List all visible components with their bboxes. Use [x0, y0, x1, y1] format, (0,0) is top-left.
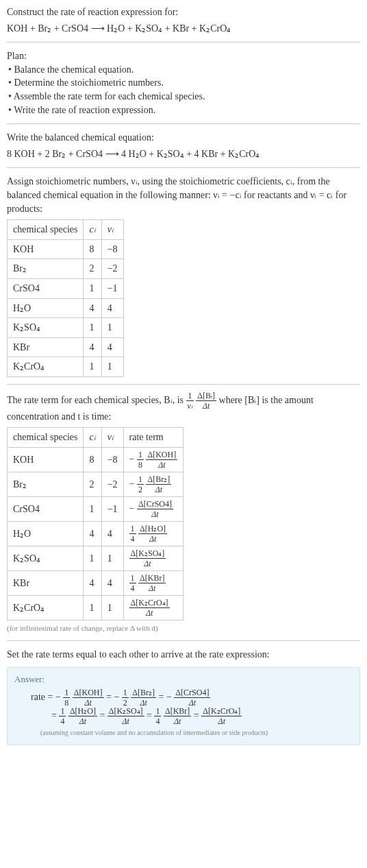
cell-species: CrSO4 — [8, 278, 84, 298]
cell-ci: 8 — [84, 448, 101, 472]
frac-num: Δ[H₂O] — [68, 707, 97, 716]
delta-frac: Δ[KBr]Δt — [164, 707, 191, 725]
frac-den: Δt — [129, 608, 170, 617]
frac-den: 4 — [59, 716, 66, 725]
rate-expression-line1: rate = − 18 Δ[KOH]Δt = − 12 Δ[Br₂]Δt = −… — [31, 688, 353, 707]
coef-frac: 12 — [122, 688, 129, 707]
cell-species: KOH — [8, 239, 84, 259]
construct-heading: Construct the rate of reaction expressio… — [7, 5, 360, 19]
ci-label: cᵢ — [89, 432, 95, 442]
frac-den: Δt — [107, 716, 144, 725]
answer-label: Answer: — [14, 673, 353, 686]
frac-num: 1 — [129, 525, 136, 534]
table-header-row: chemical species cᵢ νᵢ rate term — [8, 428, 184, 448]
col-ci: cᵢ — [84, 428, 101, 448]
coef-frac: 14 — [154, 707, 161, 725]
coef-frac: 14 — [129, 574, 136, 592]
table-row: CrSO4 1 −1 − Δ[CrSO4]Δt — [8, 497, 184, 522]
delta-frac: Δ[KOH]Δt — [73, 688, 104, 707]
plan-item: • Assemble the rate term for each chemic… — [8, 90, 360, 104]
table-row: K₂CrO₄ 1 1 Δ[K₂CrO₄]Δt — [8, 596, 184, 620]
sign: − — [129, 503, 135, 514]
coef-frac: 14 — [59, 707, 66, 725]
infinitesimal-note: (for infinitesimal rate of change, repla… — [7, 623, 360, 634]
cell-species: CrSO4 — [8, 497, 84, 522]
col-rate: rate term — [123, 428, 184, 448]
frac-num: Δ[K₂SO₄] — [107, 707, 144, 716]
plan-item: • Balance the chemical equation. — [8, 63, 360, 77]
delta-frac: Δ[KOH]Δt — [146, 450, 177, 469]
stoich-table: chemical species cᵢ νᵢ KOH8−8 Br₂2−2 CrS… — [7, 219, 124, 377]
cell-vi: 1 — [101, 546, 123, 571]
col-species: chemical species — [8, 428, 84, 448]
col-ci: cᵢ — [84, 220, 101, 240]
table-row: K₂SO₄ 1 1 Δ[K₂SO₄]Δt — [8, 546, 184, 571]
delta-frac: Δ[Br₂]Δt — [131, 688, 156, 707]
frac-den: 4 — [154, 716, 161, 725]
table-row: Br₂ 2 −2 − 12 Δ[Br₂]Δt — [8, 472, 184, 497]
cell-ci: 1 — [84, 278, 101, 298]
frac-num: 1 — [154, 707, 161, 716]
cell-vi: −8 — [101, 448, 123, 472]
cell-vi: −1 — [101, 278, 123, 298]
balanced-equation: 8 KOH + 2 Br₂ + CrSO4 ⟶ 4 H₂O + K₂SO₄ + … — [7, 147, 360, 161]
table-row: KOH8−8 — [8, 239, 124, 259]
cell-rate: − 12 Δ[Br₂]Δt — [123, 472, 184, 497]
cell-species: KOH — [8, 448, 84, 472]
balanced-heading: Write the balanced chemical equation: — [7, 131, 360, 145]
delta-frac: Δ[KBr]Δt — [138, 574, 166, 592]
rate-expression-line2: = 14 Δ[H₂O]Δt = Δ[K₂SO₄]Δt = 14 Δ[KBr]Δt… — [51, 707, 353, 725]
delta-frac: Δ[K₂SO₄]Δt — [129, 549, 166, 568]
frac-num: 1 — [122, 688, 129, 698]
frac-num: Δ[K₂CrO₄] — [129, 599, 170, 608]
answer-box: Answer: rate = − 18 Δ[KOH]Δt = − 12 Δ[Br… — [7, 667, 360, 745]
frac-den: Δt — [146, 485, 171, 494]
delta-frac: Δ[K₂CrO₄]Δt — [201, 707, 242, 725]
delta-frac: Δ[K₂CrO₄]Δt — [129, 599, 170, 617]
eq-sign: = — [147, 710, 154, 721]
eq-sign: = — [106, 692, 114, 702]
frac-num: 1 — [137, 450, 144, 460]
frac-den: νᵢ — [186, 401, 194, 410]
frac-den: Δt — [138, 534, 167, 543]
table-row: KOH 8 −8 − 18 Δ[KOH]Δt — [8, 448, 184, 472]
frac-dbi-dt: Δ[Bᵢ] Δt — [196, 391, 216, 410]
table-row: KBr44 — [8, 337, 124, 357]
frac-num: Δ[Br₂] — [131, 688, 156, 698]
eq-sign: = — [194, 710, 201, 721]
frac-den: Δt — [146, 460, 177, 469]
table-row: Br₂2−2 — [8, 259, 124, 279]
frac-num: Δ[KBr] — [138, 574, 166, 583]
cell-species: H₂O — [8, 522, 84, 546]
col-vi: νᵢ — [101, 220, 123, 240]
unbalanced-equation: KOH + Br₂ + CrSO4 ⟶ H₂O + K₂SO₄ + KBr + … — [7, 22, 360, 36]
plan-item: • Write the rate of reaction expression. — [8, 104, 360, 117]
frac-num: Δ[H₂O] — [138, 525, 167, 534]
cell-ci: 1 — [84, 318, 101, 338]
delta-frac: Δ[Br₂]Δt — [146, 475, 171, 494]
cell-vi: 4 — [101, 298, 123, 318]
cell-vi: 4 — [101, 571, 123, 596]
delta-frac: Δ[K₂SO₄]Δt — [107, 707, 144, 725]
cell-vi: 1 — [101, 357, 123, 377]
col-species: chemical species — [8, 220, 84, 240]
frac-num: Δ[KOH] — [146, 450, 177, 460]
term-sign: − — [55, 692, 61, 702]
rate-intro-suffix1: where [Bᵢ] is the amount — [219, 395, 314, 405]
table-row: K₂CrO₄11 — [8, 357, 124, 377]
delta-frac: Δ[CrSO4]Δt — [137, 500, 173, 518]
divider — [7, 640, 360, 641]
cell-ci: 4 — [84, 298, 101, 318]
cell-species: K₂SO₄ — [8, 318, 84, 338]
cell-species: H₂O — [8, 298, 84, 318]
rate-term-intro: The rate term for each chemical species,… — [7, 391, 360, 410]
frac-den: Δt — [196, 401, 216, 410]
cell-vi: 1 — [101, 596, 123, 620]
table-header-row: chemical species cᵢ νᵢ — [8, 220, 124, 240]
cell-species: K₂SO₄ — [8, 546, 84, 571]
coef-frac: 14 — [129, 525, 136, 543]
divider — [7, 167, 360, 168]
divider — [7, 123, 360, 124]
term-sign: − — [114, 692, 119, 702]
table-row: H₂O 4 4 14 Δ[H₂O]Δt — [8, 522, 184, 546]
